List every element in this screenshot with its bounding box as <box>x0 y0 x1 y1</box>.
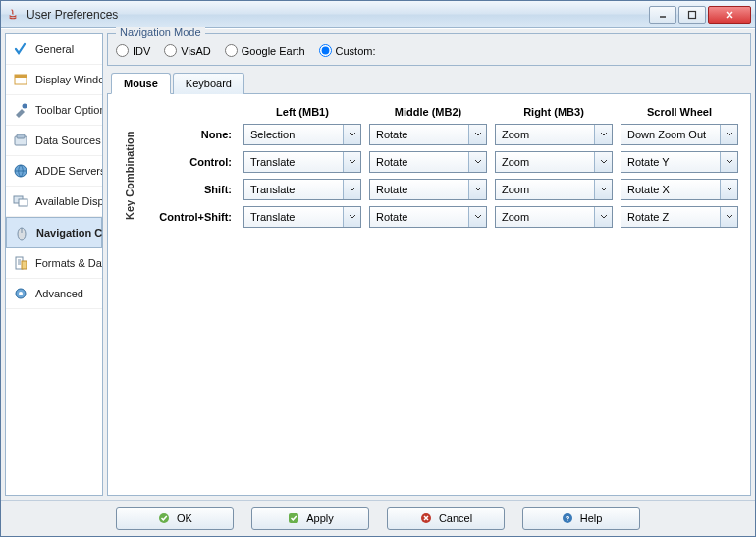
chevron-down-icon <box>594 125 612 144</box>
combo-value: Selection <box>244 129 343 140</box>
main-panel: Navigation Mode IDV VisAD Google Earth C… <box>107 33 751 496</box>
maximize-button[interactable] <box>678 6 706 24</box>
combo-none-scroll[interactable]: Down Zoom Out <box>621 124 738 145</box>
combo-ctrlshift-right[interactable]: Zoom <box>495 206 613 228</box>
group-legend: Navigation Mode <box>116 27 205 38</box>
combo-none-middle[interactable]: Rotate <box>369 124 487 145</box>
row-label-shift: Shift: <box>147 184 236 195</box>
radio-label: IDV <box>133 45 150 57</box>
window: User Preferences General Display Window … <box>0 0 756 537</box>
combo-value: Rotate <box>370 129 468 140</box>
minimize-button[interactable] <box>649 6 676 24</box>
chevron-down-icon <box>468 180 486 199</box>
sidebar-item-formats-data[interactable]: Formats & Data <box>6 248 102 279</box>
cancel-button[interactable]: Cancel <box>387 507 505 530</box>
combo-shift-right[interactable]: Zoom <box>495 179 613 200</box>
radio-custom[interactable]: Custom: <box>319 44 376 57</box>
col-header-left: Left (MB1) <box>243 106 361 118</box>
combo-ctrlshift-left[interactable]: Translate <box>243 206 361 228</box>
tab-mouse[interactable]: Mouse <box>111 73 171 94</box>
radio-idv[interactable]: IDV <box>116 44 150 57</box>
tab-keyboard[interactable]: Keyboard <box>173 73 244 94</box>
ok-icon <box>157 511 171 525</box>
combo-control-right[interactable]: Zoom <box>495 151 613 173</box>
chevron-down-icon <box>594 207 612 227</box>
svg-rect-6 <box>17 134 25 138</box>
sidebar-item-label: Navigation Controls <box>36 227 103 239</box>
combo-shift-scroll[interactable]: Rotate X <box>621 179 738 200</box>
combo-control-left[interactable]: Translate <box>243 151 361 173</box>
combo-value: Translate <box>244 184 343 195</box>
button-label: Cancel <box>439 512 472 524</box>
chevron-down-icon <box>720 207 737 227</box>
sidebar-item-data-sources[interactable]: Data Sources <box>6 126 102 156</box>
chevron-down-icon <box>343 180 360 199</box>
globe-icon <box>12 162 29 180</box>
sidebar-item-label: ADDE Servers <box>35 165 103 177</box>
close-button[interactable] <box>708 6 751 24</box>
window-title: User Preferences <box>27 8 649 22</box>
radio-visad-input[interactable] <box>164 44 177 57</box>
sidebar-item-adde-servers[interactable]: ADDE Servers <box>6 156 102 187</box>
radio-idv-input[interactable] <box>116 44 129 57</box>
combo-value: Rotate Y <box>621 156 720 168</box>
footer: OK Apply Cancel ? Help <box>1 500 755 536</box>
combo-control-scroll[interactable]: Rotate Y <box>621 151 738 173</box>
combo-value: Rotate Z <box>621 211 720 223</box>
chevron-down-icon <box>468 152 486 172</box>
mouse-icon <box>13 224 30 242</box>
formats-icon <box>12 254 29 272</box>
sidebar-item-navigation-controls[interactable]: Navigation Controls <box>6 217 102 248</box>
key-combination-label: Key Combination <box>124 124 135 228</box>
radio-label: VisAD <box>181 45 210 57</box>
svg-text:?: ? <box>565 514 569 523</box>
svg-rect-3 <box>15 75 27 78</box>
chevron-down-icon <box>468 207 486 227</box>
combo-ctrlshift-middle[interactable]: Rotate <box>369 206 487 228</box>
chevron-down-icon <box>343 125 360 144</box>
combo-shift-left[interactable]: Translate <box>243 179 361 200</box>
combo-value: Rotate X <box>621 184 720 195</box>
sidebar-item-advanced[interactable]: Advanced <box>6 279 102 309</box>
svg-point-15 <box>19 292 23 295</box>
window-icon <box>12 71 29 88</box>
chevron-down-icon <box>594 152 612 172</box>
col-header-scroll: Scroll Wheel <box>621 106 738 118</box>
combo-ctrlshift-scroll[interactable]: Rotate Z <box>621 206 738 228</box>
help-button[interactable]: ? Help <box>522 507 640 530</box>
radio-visad[interactable]: VisAD <box>164 44 210 57</box>
body: General Display Window Toolbar Options D… <box>1 28 755 500</box>
gear-icon <box>12 285 29 302</box>
ok-button[interactable]: OK <box>116 507 234 530</box>
navigation-mode-radios: IDV VisAD Google Earth Custom: <box>116 44 742 57</box>
apply-button[interactable]: Apply <box>251 507 369 530</box>
combo-value: Translate <box>244 156 343 168</box>
sidebar-item-label: Formats & Data <box>35 257 103 269</box>
tab-label: Mouse <box>124 78 158 89</box>
combo-control-middle[interactable]: Rotate <box>369 151 487 173</box>
apply-icon <box>287 511 300 525</box>
combo-value: Translate <box>244 211 343 223</box>
sidebar-item-label: Advanced <box>35 288 83 299</box>
sidebar-item-available-displays[interactable]: Available Displays <box>6 187 102 217</box>
check-icon <box>12 40 29 58</box>
data-icon <box>12 132 29 149</box>
chevron-down-icon <box>720 125 737 144</box>
combo-value: Rotate <box>370 184 468 195</box>
combo-shift-middle[interactable]: Rotate <box>369 179 487 200</box>
sidebar-item-toolbar-options[interactable]: Toolbar Options <box>6 95 102 126</box>
radio-google-earth[interactable]: Google Earth <box>225 44 305 57</box>
sidebar-item-display-window[interactable]: Display Window <box>6 65 102 95</box>
radio-custom-input[interactable] <box>319 44 332 57</box>
titlebar: User Preferences <box>1 1 755 28</box>
sidebar: General Display Window Toolbar Options D… <box>5 33 103 496</box>
combo-value: Down Zoom Out <box>621 129 720 140</box>
combo-none-left[interactable]: Selection <box>243 124 361 145</box>
svg-point-4 <box>23 104 27 109</box>
radio-google-earth-input[interactable] <box>225 44 238 57</box>
window-buttons <box>649 6 751 24</box>
combo-none-right[interactable]: Zoom <box>495 124 613 145</box>
combo-value: Rotate <box>370 211 468 223</box>
help-icon: ? <box>561 511 574 525</box>
sidebar-item-general[interactable]: General <box>6 34 102 65</box>
